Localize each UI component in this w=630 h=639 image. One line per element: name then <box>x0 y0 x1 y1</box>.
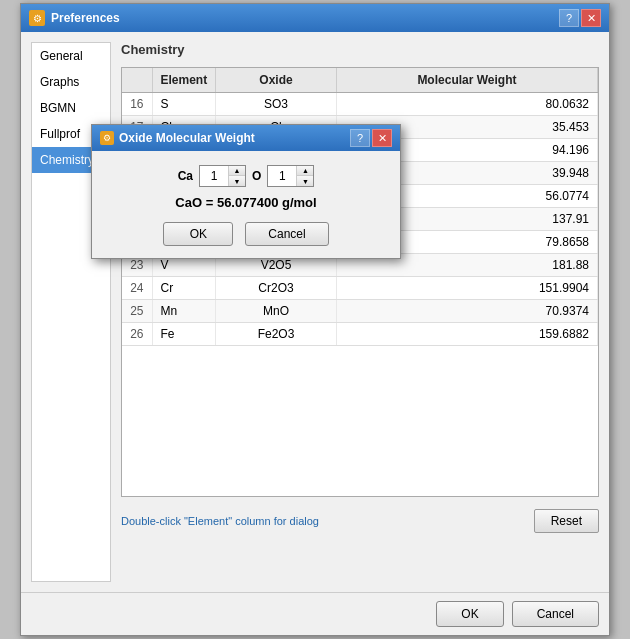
table-row[interactable]: 24 Cr Cr2O3 151.9904 <box>122 277 598 300</box>
cancel-button[interactable]: Cancel <box>512 601 599 627</box>
cell-oxide: MnO <box>216 300 337 323</box>
cell-num: 16 <box>122 93 152 116</box>
o-spin-up[interactable]: ▲ <box>297 166 313 176</box>
preferences-window: ⚙ Preferences ? ✕ General Graphs BGMN Fu… <box>20 3 610 636</box>
cell-element[interactable]: Mn <box>152 300 216 323</box>
cell-element[interactable]: Fe <box>152 323 216 346</box>
o-spin-arrows: ▲ ▼ <box>296 166 313 186</box>
sidebar-item-general[interactable]: General <box>32 43 110 69</box>
table-row[interactable]: 16 S SO3 80.0632 <box>122 93 598 116</box>
main-area: Chemistry Element Oxide Molecular Weight… <box>121 42 599 582</box>
help-button[interactable]: ? <box>559 9 579 27</box>
cell-num: 24 <box>122 277 152 300</box>
footer-hint: Double-click "Element" column for dialog <box>121 515 319 527</box>
section-title: Chemistry <box>121 42 599 57</box>
dialog-icon: ⚙ <box>100 131 114 145</box>
o-spinbox[interactable]: ▲ ▼ <box>267 165 314 187</box>
o-label: O <box>252 169 261 183</box>
oxide-dialog: ⚙ Oxide Molecular Weight ? ✕ Ca ▲ <box>91 124 401 259</box>
mol-formula-display: CaO = 56.077400 g/mol <box>175 195 316 210</box>
reset-button[interactable]: Reset <box>534 509 599 533</box>
ca-spin-arrows: ▲ ▼ <box>228 166 245 186</box>
content-area: General Graphs BGMN Fullprof Chemistry C… <box>21 32 609 592</box>
o-spin-down[interactable]: ▼ <box>297 176 313 186</box>
cell-num: 26 <box>122 323 152 346</box>
title-bar: ⚙ Preferences ? ✕ <box>21 4 609 32</box>
dialog-title-bar: ⚙ Oxide Molecular Weight ? ✕ <box>92 125 400 151</box>
dialog-help-button[interactable]: ? <box>350 129 370 147</box>
dialog-title-controls: ? ✕ <box>350 129 392 147</box>
cell-num: 25 <box>122 300 152 323</box>
window-title: Preferences <box>51 11 120 25</box>
cell-element[interactable]: S <box>152 93 216 116</box>
o-input[interactable] <box>268 166 296 186</box>
bottom-buttons: OK Cancel <box>21 592 609 635</box>
col-header-mw: Molecular Weight <box>336 68 597 93</box>
dialog-buttons: OK Cancel <box>163 222 328 246</box>
cell-oxide: Cr2O3 <box>216 277 337 300</box>
dialog-content: Ca ▲ ▼ O ▲ ▼ <box>92 151 400 258</box>
sidebar-item-bgmn[interactable]: BGMN <box>32 95 110 121</box>
dialog-close-button[interactable]: ✕ <box>372 129 392 147</box>
dialog-ok-button[interactable]: OK <box>163 222 233 246</box>
title-bar-left: ⚙ Preferences <box>29 10 120 26</box>
dialog-title-left: ⚙ Oxide Molecular Weight <box>100 131 255 145</box>
col-header-num <box>122 68 152 93</box>
dialog-overlay: ⚙ Oxide Molecular Weight ? ✕ Ca ▲ <box>91 124 401 259</box>
table-row[interactable]: 25 Mn MnO 70.9374 <box>122 300 598 323</box>
cell-element[interactable]: Cr <box>152 277 216 300</box>
ok-button[interactable]: OK <box>436 601 503 627</box>
ca-spinbox[interactable]: ▲ ▼ <box>199 165 246 187</box>
window-icon: ⚙ <box>29 10 45 26</box>
cell-mw: 151.9904 <box>336 277 597 300</box>
dialog-title: Oxide Molecular Weight <box>119 131 255 145</box>
dialog-cancel-button[interactable]: Cancel <box>245 222 328 246</box>
cell-oxide: Fe2O3 <box>216 323 337 346</box>
ca-input[interactable] <box>200 166 228 186</box>
table-row[interactable]: 26 Fe Fe2O3 159.6882 <box>122 323 598 346</box>
col-header-element: Element <box>152 68 216 93</box>
cell-mw: 159.6882 <box>336 323 597 346</box>
cell-mw: 80.0632 <box>336 93 597 116</box>
sidebar: General Graphs BGMN Fullprof Chemistry <box>31 42 111 582</box>
title-bar-controls: ? ✕ <box>559 9 601 27</box>
element-label: Ca <box>178 169 193 183</box>
footer-area: Double-click "Element" column for dialog… <box>121 503 599 539</box>
ca-spin-down[interactable]: ▼ <box>229 176 245 186</box>
formula-input-row: Ca ▲ ▼ O ▲ ▼ <box>178 165 315 187</box>
col-header-oxide: Oxide <box>216 68 337 93</box>
cell-oxide: SO3 <box>216 93 337 116</box>
sidebar-item-graphs[interactable]: Graphs <box>32 69 110 95</box>
ca-spin-up[interactable]: ▲ <box>229 166 245 176</box>
close-button[interactable]: ✕ <box>581 9 601 27</box>
cell-mw: 70.9374 <box>336 300 597 323</box>
